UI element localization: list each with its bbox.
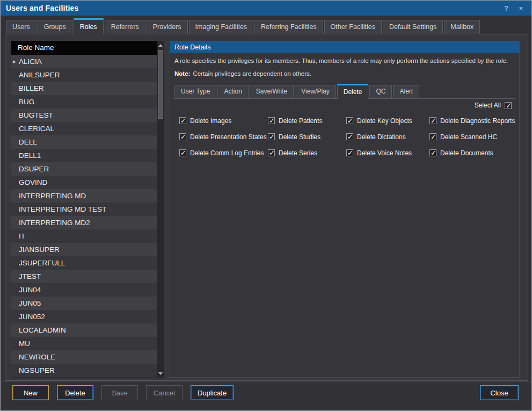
tab-default-settings[interactable]: Default Settings — [383, 20, 443, 34]
checkbox-icon[interactable] — [429, 117, 436, 124]
note-label: Note: — [174, 70, 190, 77]
new-button[interactable]: New — [12, 385, 49, 400]
privilege-checkbox-item[interactable]: Delete Key Objects — [346, 117, 412, 124]
privilege-tab-alert[interactable]: Alert — [393, 85, 419, 98]
help-icon[interactable]: ? — [504, 4, 508, 12]
tab-providers[interactable]: Providers — [147, 20, 188, 34]
tab-mailbox[interactable]: Mailbox — [444, 20, 480, 34]
privilege-column: Delete Key ObjectsDelete DictationsDelet… — [346, 117, 412, 165]
privilege-checkbox-item[interactable]: Delete Comm Log Entries — [179, 149, 267, 156]
list-item[interactable]: JIANSUPER — [11, 243, 157, 256]
privilege-tab-action[interactable]: Action — [217, 85, 248, 98]
privilege-label: Delete Presentation States — [190, 133, 267, 141]
privilege-checkbox-item[interactable]: Delete Images — [179, 117, 267, 124]
list-item[interactable]: DELL1 — [11, 149, 157, 162]
duplicate-button[interactable]: Duplicate — [191, 385, 234, 400]
list-item[interactable]: JTEST — [11, 270, 157, 283]
list-item[interactable]: ▸ALICIA — [11, 55, 157, 68]
checkbox-icon[interactable] — [346, 133, 353, 140]
privilege-tab-qc[interactable]: QC — [369, 85, 392, 98]
privilege-checkbox-item[interactable]: Delete Dictations — [346, 133, 412, 140]
list-item[interactable]: INTERPRETING MD TEST — [11, 203, 157, 216]
privilege-label: Delete Scanned HC — [440, 133, 497, 141]
list-item[interactable]: NEWROLE — [11, 350, 157, 364]
privilege-label: Delete Images — [190, 117, 231, 125]
tab-groups[interactable]: Groups — [38, 20, 72, 34]
list-item[interactable]: LOCALADMIN — [11, 323, 157, 337]
role-list-header[interactable]: Role Name — [11, 41, 157, 55]
triangle-up-icon — [158, 44, 163, 47]
footer-divider — [1, 381, 531, 381]
checkbox-icon[interactable] — [268, 149, 275, 156]
checkbox-icon[interactable] — [429, 149, 436, 156]
checkbox-icon[interactable] — [179, 133, 186, 140]
privilege-label: Delete Series — [279, 149, 317, 157]
list-item[interactable]: GOVIND — [11, 176, 157, 189]
tab-referring-facilities[interactable]: Referring Facilities — [254, 20, 323, 34]
list-item[interactable]: DELL — [11, 135, 157, 149]
tab-imaging-facilities[interactable]: Imaging Facilities — [189, 20, 254, 34]
list-item[interactable]: JUN052 — [11, 310, 157, 323]
tab-referrers[interactable]: Referrers — [105, 20, 145, 34]
checkbox-icon[interactable] — [179, 149, 186, 156]
scrollbar-up-button[interactable] — [157, 41, 164, 49]
role-details-title: Role Details — [174, 44, 210, 51]
privilege-checkbox-item[interactable]: Delete Patients — [268, 117, 322, 124]
list-item[interactable]: MU — [11, 337, 157, 350]
list-item[interactable]: CLERICAL — [11, 122, 157, 135]
privilege-column: Delete Diagnostic ReportsDelete Scanned … — [429, 117, 515, 165]
list-item[interactable]: NGSUPER — [11, 364, 157, 377]
list-item[interactable]: JSUPERFULL — [11, 256, 157, 270]
delete-button[interactable]: Delete — [57, 385, 93, 400]
note-text: Certain privileges are dependent on othe… — [193, 70, 311, 77]
role-list-body: ▸ALICIAANILSUPERBILLERBUGBUGTESTCLERICAL… — [11, 55, 157, 377]
tab-other-facilities[interactable]: Other Facilities — [324, 20, 382, 34]
list-item[interactable]: ANILSUPER — [11, 68, 157, 82]
privilege-checkbox-item[interactable]: Delete Voice Notes — [346, 149, 412, 156]
privilege-tab-delete[interactable]: Delete — [337, 84, 369, 99]
list-item[interactable]: BILLER — [11, 82, 157, 95]
checkbox-icon[interactable] — [179, 117, 186, 124]
privilege-checkbox-item[interactable]: Delete Scanned HC — [429, 133, 515, 140]
tab-users[interactable]: Users — [6, 20, 37, 34]
close-button[interactable]: Close — [480, 385, 519, 400]
scrollbar-down-button[interactable] — [157, 370, 164, 377]
close-icon[interactable]: × — [519, 4, 523, 12]
list-item[interactable]: JUN04 — [11, 283, 157, 297]
privilege-tab-view-play[interactable]: View/Play — [295, 85, 336, 98]
role-name-label: DELL — [19, 138, 37, 146]
tab-roles[interactable]: Roles — [74, 18, 104, 34]
privilege-label: Delete Key Objects — [357, 117, 412, 125]
privilege-checkbox-item[interactable]: Delete Documents — [429, 149, 515, 156]
checkbox-icon[interactable] — [268, 133, 275, 140]
list-item[interactable]: BUGTEST — [11, 109, 157, 122]
privilege-label: Delete Diagnostic Reports — [440, 117, 515, 125]
list-item[interactable]: JUN05 — [11, 297, 157, 310]
select-all-checkbox[interactable] — [505, 102, 512, 109]
save-button[interactable]: Save — [101, 385, 138, 400]
cancel-button[interactable]: Cancel — [146, 385, 183, 400]
list-item[interactable]: DSUPER — [11, 162, 157, 176]
role-name-label: BUGTEST — [19, 111, 53, 119]
list-item[interactable]: INTERPRETING MD — [11, 189, 157, 203]
list-item[interactable]: IT — [11, 229, 157, 243]
checkbox-icon[interactable] — [346, 149, 353, 156]
privilege-label: Delete Patients — [279, 117, 322, 125]
scrollbar-thumb[interactable] — [158, 50, 163, 119]
title-bar[interactable]: Users and Facilities ? × — [1, 1, 531, 16]
list-item[interactable]: INTERPRETING MD2 — [11, 216, 157, 229]
privilege-tab-save-write[interactable]: Save/Write — [250, 85, 294, 98]
checkbox-icon[interactable] — [429, 133, 436, 140]
privilege-tab-user-type[interactable]: User Type — [174, 85, 216, 98]
privilege-checkbox-item[interactable]: Delete Studies — [268, 133, 322, 140]
checkbox-icon[interactable] — [268, 117, 275, 124]
privilege-checkbox-item[interactable]: Delete Presentation States — [179, 133, 267, 140]
list-item[interactable]: BUG — [11, 95, 157, 109]
role-list-scrollbar[interactable] — [157, 41, 164, 378]
privilege-checkbox-item[interactable]: Delete Series — [268, 149, 322, 156]
role-name-label: NEWROLE — [19, 353, 55, 361]
select-all[interactable]: Select All — [475, 102, 512, 109]
role-note: Note:Certain privileges are dependent on… — [174, 70, 311, 77]
privilege-checkbox-item[interactable]: Delete Diagnostic Reports — [429, 117, 515, 124]
checkbox-icon[interactable] — [346, 117, 353, 124]
